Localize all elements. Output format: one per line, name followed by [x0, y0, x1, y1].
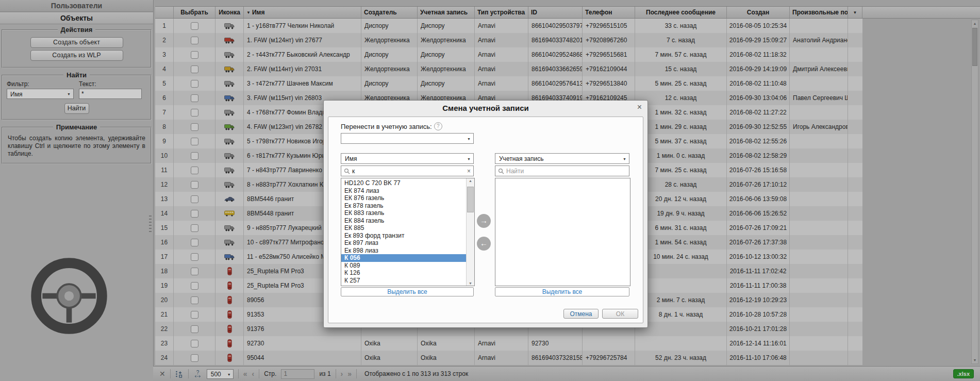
- help-icon[interactable]: ?: [434, 122, 442, 130]
- move-left-button[interactable]: ←: [477, 237, 491, 251]
- right-field-value: Учетная запись: [499, 155, 543, 162]
- list-item[interactable]: Ек 878 газель: [341, 202, 466, 210]
- close-icon[interactable]: ×: [637, 103, 642, 111]
- scrollbar-thumb[interactable]: [467, 187, 474, 212]
- right-search-placeholder: Найти: [506, 168, 626, 175]
- list-item[interactable]: К 056: [341, 254, 466, 262]
- list-item[interactable]: К 257: [341, 277, 466, 285]
- list-item[interactable]: К 126: [341, 269, 466, 277]
- list-item[interactable]: ЕК 874 лиаз: [341, 187, 466, 195]
- units-list: HD120 C 720 BK 77ЕК 874 лиазЕК 876 газел…: [341, 179, 466, 286]
- dialog-body: Перенести в учетную запись: ? ▼ Имя ▼ к …: [328, 117, 643, 323]
- scroll-down-icon[interactable]: ▼: [467, 281, 474, 285]
- list-item[interactable]: ЕК 883 газель: [341, 209, 466, 217]
- list-item[interactable]: ЕК 876 газель: [341, 194, 466, 202]
- search-icon: [498, 168, 504, 174]
- search-icon: [344, 168, 350, 174]
- list-item[interactable]: Ек 893 форд транзит: [341, 232, 466, 240]
- right-field-select[interactable]: Учетная запись ▼: [495, 153, 629, 164]
- cancel-button[interactable]: Отмена: [563, 309, 599, 319]
- search-clear-icon[interactable]: ×: [467, 168, 471, 175]
- left-search-value: к: [352, 168, 465, 175]
- list-item[interactable]: Ек 897 лиаз: [341, 239, 466, 247]
- listbox-scrollbar[interactable]: ▲ ▼: [466, 178, 474, 286]
- list-item[interactable]: Ек 898 лиаз: [341, 247, 466, 255]
- list-item[interactable]: ЕК 885: [341, 224, 466, 232]
- ok-button[interactable]: ОК: [602, 309, 638, 319]
- chevron-down-icon: ▼: [467, 154, 471, 164]
- left-select-all-button[interactable]: Выделить все: [341, 287, 474, 296]
- selected-units-listbox: [495, 178, 630, 286]
- scroll-up-icon[interactable]: ▲: [467, 179, 474, 183]
- right-search-input[interactable]: Найти: [495, 165, 629, 176]
- chevron-down-icon: ▼: [623, 154, 626, 164]
- transfer-account-select[interactable]: ▼: [341, 133, 474, 144]
- dialog-title: Смена учетной записи: [324, 101, 647, 116]
- list-item[interactable]: К 089: [341, 262, 466, 270]
- list-item[interactable]: ЕК 884 газель: [341, 217, 466, 225]
- transfer-label: Перенести в учетную запись:: [341, 123, 432, 130]
- units-listbox: HD120 C 720 BK 77ЕК 874 лиазЕК 876 газел…: [341, 178, 475, 286]
- right-select-all-button[interactable]: Выделить все: [495, 287, 629, 296]
- left-search-input[interactable]: к ×: [341, 165, 474, 176]
- left-field-value: Имя: [345, 155, 357, 162]
- move-right-button[interactable]: →: [477, 214, 491, 228]
- chevron-down-icon: ▼: [467, 134, 471, 144]
- change-account-dialog: Смена учетной записи × Перенести в учетн…: [323, 100, 648, 328]
- left-field-select[interactable]: Имя ▼: [341, 153, 474, 164]
- list-item[interactable]: HD120 C 720 BK 77: [341, 179, 466, 187]
